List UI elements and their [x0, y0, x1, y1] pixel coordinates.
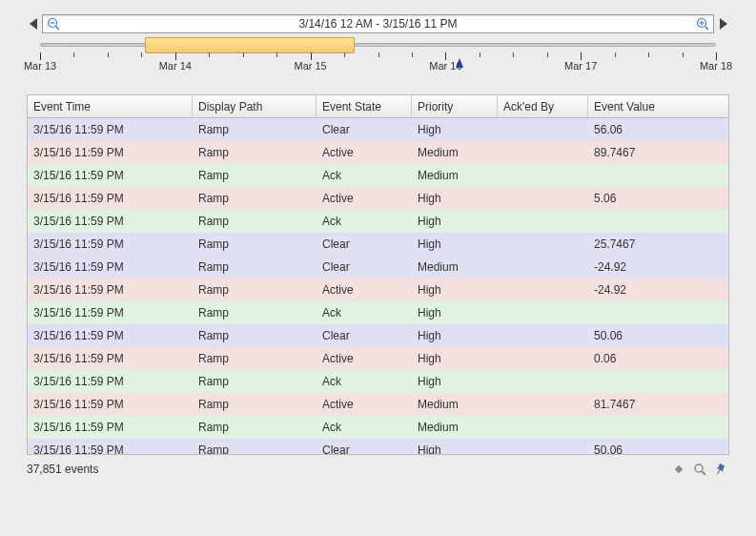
- cell-time: 3/15/16 11:59 PM: [28, 443, 193, 454]
- cell-state: Ack: [317, 306, 412, 320]
- table-row[interactable]: 3/15/16 11:59 PMRampActiveMedium81.7467: [28, 393, 728, 416]
- col-header-state[interactable]: Event State: [317, 95, 412, 117]
- cell-value: -24.92: [588, 283, 695, 297]
- cell-time: 3/15/16 11:59 PM: [28, 215, 193, 228]
- zoom-in-icon[interactable]: [692, 17, 713, 31]
- cell-priority: High: [412, 192, 498, 205]
- cell-path: Ramp: [193, 192, 317, 205]
- cell-state: Active: [317, 192, 412, 205]
- cell-state: Clear: [317, 260, 412, 274]
- cell-state: Clear: [317, 123, 412, 136]
- svg-rect-10: [675, 465, 683, 473]
- timeline-tick-label: Mar 14: [159, 60, 192, 72]
- table-row[interactable]: 3/15/16 11:59 PMRampClearMedium-24.92: [28, 256, 728, 278]
- table-row[interactable]: 3/15/16 11:59 PMRampClearHigh50.06: [28, 439, 728, 454]
- table-row[interactable]: 3/15/16 11:59 PMRampClearHigh25.7467: [28, 233, 728, 256]
- cell-priority: High: [412, 443, 498, 454]
- cell-time: 3/15/16 11:59 PM: [28, 192, 193, 205]
- cell-state: Active: [317, 352, 412, 365]
- cell-value: 5.06: [588, 192, 695, 205]
- timeline[interactable]: Mar 13Mar 14Mar 15Mar 16Mar 17Mar 18: [40, 37, 716, 77]
- table-row[interactable]: 3/15/16 11:59 PMRampAckHigh: [28, 370, 728, 393]
- cell-path: Ramp: [193, 421, 317, 434]
- cell-state: Clear: [317, 329, 412, 342]
- zoom-out-icon[interactable]: [43, 17, 64, 31]
- cell-time: 3/15/16 11:59 PM: [28, 146, 193, 159]
- svg-line-12: [702, 471, 705, 475]
- cell-value: 50.06: [588, 329, 695, 342]
- pin-icon[interactable]: [712, 461, 729, 478]
- daterange-text: 3/14/16 12 AM - 3/15/16 11 PM: [64, 17, 692, 31]
- event-table: Event Time Display Path Event State Prio…: [27, 94, 729, 455]
- col-header-ackedby[interactable]: Ack'ed By: [498, 95, 588, 117]
- event-count: 37,851 events: [27, 463, 98, 476]
- col-header-priority[interactable]: Priority: [412, 95, 498, 117]
- table-row[interactable]: 3/15/16 11:59 PMRampAckMedium: [28, 416, 728, 439]
- cell-path: Ramp: [193, 260, 317, 274]
- cell-path: Ramp: [193, 329, 317, 342]
- cell-time: 3/15/16 11:59 PM: [28, 123, 193, 136]
- svg-line-5: [705, 27, 709, 31]
- table-row[interactable]: 3/15/16 11:59 PMRampActiveHigh5.06: [28, 187, 728, 210]
- table-row[interactable]: 3/15/16 11:59 PMRampAckHigh: [28, 210, 728, 233]
- cell-priority: High: [412, 352, 498, 365]
- cell-state: Ack: [317, 421, 412, 434]
- timeline-selection[interactable]: [145, 37, 355, 53]
- col-header-time[interactable]: Event Time: [28, 95, 193, 117]
- table-row[interactable]: 3/15/16 11:59 PMRampActiveHigh0.06: [28, 347, 728, 370]
- svg-marker-8: [720, 18, 727, 30]
- cell-priority: High: [412, 329, 498, 342]
- next-range-button[interactable]: [716, 14, 729, 33]
- cell-state: Active: [317, 398, 412, 411]
- cell-priority: Medium: [412, 398, 498, 411]
- table-row[interactable]: 3/15/16 11:59 PMRampActiveMedium89.7467: [28, 141, 728, 164]
- cell-time: 3/15/16 11:59 PM: [28, 283, 193, 297]
- cell-priority: High: [412, 375, 498, 388]
- search-icon[interactable]: [691, 461, 708, 478]
- cell-priority: Medium: [412, 146, 498, 159]
- col-header-path[interactable]: Display Path: [193, 95, 317, 117]
- col-header-value[interactable]: Event Value: [588, 95, 695, 117]
- cell-priority: High: [412, 283, 498, 297]
- cell-path: Ramp: [193, 306, 317, 320]
- footer: 37,851 events: [27, 461, 729, 478]
- svg-marker-0: [30, 18, 37, 30]
- cell-priority: Medium: [412, 421, 498, 434]
- cell-path: Ramp: [193, 215, 317, 228]
- svg-line-2: [56, 27, 60, 31]
- cell-time: 3/15/16 11:59 PM: [28, 375, 193, 388]
- table-row[interactable]: 3/15/16 11:59 PMRampActiveHigh-24.92: [28, 278, 728, 301]
- table-body[interactable]: 3/15/16 11:59 PMRampClearHigh56.063/15/1…: [28, 118, 728, 454]
- prev-range-button[interactable]: [27, 14, 40, 33]
- cell-value: 56.06: [588, 123, 695, 136]
- timeline-track[interactable]: [40, 43, 716, 47]
- timeline-ticks: [40, 52, 716, 62]
- timeline-tick-label: Mar 13: [24, 60, 56, 72]
- table-row[interactable]: 3/15/16 11:59 PMRampClearHigh56.06: [28, 118, 728, 141]
- diamond-icon[interactable]: [670, 461, 687, 478]
- timeline-tick-label: Mar 15: [294, 60, 326, 72]
- timeline-tick-label: Mar 16: [429, 60, 461, 72]
- cell-value: 89.7467: [588, 146, 695, 159]
- cell-time: 3/15/16 11:59 PM: [28, 237, 193, 251]
- cell-priority: Medium: [412, 260, 498, 274]
- cell-state: Clear: [317, 443, 412, 454]
- cell-time: 3/15/16 11:59 PM: [28, 306, 193, 320]
- cell-priority: Medium: [412, 169, 498, 182]
- daterange-bar: 3/14/16 12 AM - 3/15/16 11 PM: [27, 14, 729, 33]
- cell-priority: High: [412, 306, 498, 320]
- table-row[interactable]: 3/15/16 11:59 PMRampAckMedium: [28, 164, 728, 187]
- daterange-box[interactable]: 3/14/16 12 AM - 3/15/16 11 PM: [42, 14, 714, 33]
- cell-value: 0.06: [588, 352, 695, 365]
- cell-state: Ack: [317, 169, 412, 182]
- cell-time: 3/15/16 11:59 PM: [28, 169, 193, 182]
- cell-value: 25.7467: [588, 237, 695, 251]
- table-row[interactable]: 3/15/16 11:59 PMRampClearHigh50.06: [28, 324, 728, 347]
- cell-time: 3/15/16 11:59 PM: [28, 329, 193, 342]
- cell-path: Ramp: [193, 398, 317, 411]
- cell-path: Ramp: [193, 283, 317, 297]
- cell-value: -24.92: [588, 260, 695, 274]
- cell-state: Ack: [317, 215, 412, 228]
- table-row[interactable]: 3/15/16 11:59 PMRampAckHigh: [28, 301, 728, 324]
- cell-priority: High: [412, 237, 498, 251]
